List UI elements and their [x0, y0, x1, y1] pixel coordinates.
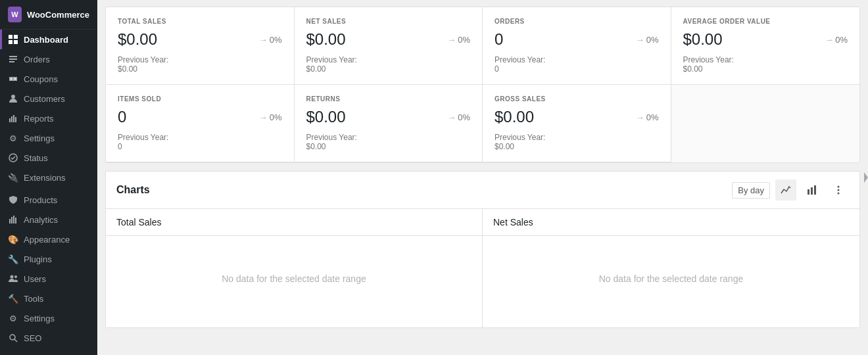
sidebar-item-seo[interactable]: SEO — [0, 328, 97, 348]
svg-rect-25 — [814, 185, 816, 195]
sidebar-item-status[interactable]: Status — [0, 148, 97, 168]
avg-order-prev: Previous Year: $0.00 — [683, 55, 848, 74]
returns-value-row: $0.00 → 0% — [306, 108, 471, 126]
orders-arrow-icon: → — [636, 35, 644, 45]
sidebar-item-tools-label: Tools — [24, 294, 43, 304]
reports-icon — [8, 113, 18, 124]
stat-card-avg-order: AVERAGE ORDER VALUE $0.00 → 0% Previous … — [671, 7, 860, 85]
svg-rect-15 — [9, 219, 11, 224]
orders-change: → 0% — [636, 35, 659, 45]
sidebar-item-customers-label: Customers — [24, 94, 65, 104]
svg-rect-16 — [11, 217, 12, 224]
svg-rect-17 — [13, 216, 14, 224]
returns-change: → 0% — [447, 112, 470, 122]
items-sold-arrow-icon: → — [259, 112, 268, 122]
sidebar-item-coupons[interactable]: Coupons — [0, 69, 97, 89]
sidebar-item-tools[interactable]: 🔨 Tools — [0, 289, 97, 308]
svg-rect-23 — [808, 189, 809, 195]
returns-arrow-icon: → — [447, 112, 456, 122]
line-chart-view-button[interactable] — [775, 179, 796, 201]
svg-rect-5 — [9, 59, 17, 60]
charts-section: Charts By day — [105, 171, 860, 328]
net-sales-chart: Net Sales No data for the selected date … — [483, 209, 859, 327]
returns-prev: Previous Year: $0.00 — [306, 133, 471, 151]
sidebar-item-products-label: Products — [24, 195, 57, 205]
users-icon — [8, 273, 18, 284]
svg-point-26 — [838, 186, 840, 188]
stats-grid: TOTAL SALES $0.00 → 0% Previous Year: $0… — [105, 7, 860, 163]
woocommerce-logo-icon: W — [8, 7, 22, 22]
sidebar-menu: Dashboard Orders Coupons Customers Repor… — [0, 30, 97, 355]
net-sales-arrow-icon: → — [447, 35, 456, 45]
more-options-button[interactable] — [828, 179, 849, 201]
svg-point-28 — [838, 193, 840, 195]
avg-order-value-row: $0.00 → 0% — [683, 30, 848, 49]
by-day-button[interactable]: By day — [732, 182, 770, 199]
items-sold-value: 0 — [118, 108, 126, 126]
sidebar-item-appearance-label: Appearance — [24, 235, 70, 245]
gross-sales-value: $0.00 — [494, 108, 534, 126]
sidebar-item-orders[interactable]: Orders — [0, 49, 97, 69]
sidebar-item-settings-label: Settings — [24, 133, 55, 143]
total-sales-chart-title: Total Sales — [106, 209, 482, 236]
charts-header: Charts By day — [106, 172, 859, 209]
sidebar-item-status-label: Status — [24, 153, 48, 163]
sidebar-item-plugins[interactable]: 🔧 Plugins — [0, 249, 97, 269]
net-sales-prev: Previous Year: $0.00 — [306, 55, 471, 74]
total-sales-no-data: No data for the selected date range — [106, 236, 482, 321]
svg-point-9 — [11, 95, 15, 99]
extensions-icon: 🔌 — [8, 172, 18, 183]
svg-rect-2 — [9, 40, 12, 44]
items-sold-change: → 0% — [259, 112, 282, 122]
svg-rect-0 — [9, 35, 12, 39]
svg-point-19 — [11, 275, 14, 279]
items-sold-value-row: 0 → 0% — [118, 108, 282, 126]
stat-card-empty — [671, 85, 860, 162]
sidebar: W WooCommerce Dashboard Orders Coupons — [0, 0, 97, 355]
bar-chart-view-button[interactable] — [802, 179, 823, 201]
sidebar-logo[interactable]: W WooCommerce — [0, 0, 97, 30]
sidebar-item-analytics[interactable]: Analytics — [0, 210, 97, 229]
sidebar-item-dashboard[interactable]: Dashboard — [0, 30, 97, 49]
sidebar-item-customers[interactable]: Customers — [0, 89, 97, 108]
svg-rect-24 — [811, 187, 813, 195]
sidebar-item-settings[interactable]: ⚙ Settings — [0, 128, 97, 148]
sidebar-item-extensions[interactable]: 🔌 Extensions — [0, 168, 97, 187]
sidebar-item-extensions-label: Extensions — [24, 173, 66, 183]
plugins-icon: 🔧 — [8, 254, 18, 264]
net-sales-no-data: No data for the selected date range — [483, 236, 859, 321]
total-sales-chart: Total Sales No data for the selected dat… — [106, 209, 483, 327]
sidebar-item-users-label: Users — [24, 274, 46, 284]
appearance-icon: 🎨 — [8, 234, 18, 245]
sidebar-item-plugins-label: Plugins — [24, 254, 52, 264]
svg-point-21 — [10, 335, 15, 340]
orders-icon — [8, 54, 18, 64]
svg-point-27 — [838, 189, 840, 191]
seo-icon — [8, 333, 18, 343]
svg-line-22 — [14, 339, 17, 342]
tools-icon: 🔨 — [8, 293, 18, 304]
svg-rect-13 — [15, 117, 16, 122]
sidebar-item-products[interactable]: Products — [0, 190, 97, 210]
sidebar-item-settings2[interactable]: ⚙ Settings — [0, 308, 97, 328]
stat-card-net-sales: NET SALES $0.00 → 0% Previous Year: $0.0… — [295, 7, 483, 85]
settings2-icon: ⚙ — [8, 313, 18, 323]
sidebar-item-appearance[interactable]: 🎨 Appearance — [0, 229, 97, 249]
gross-sales-value-row: $0.00 → 0% — [494, 108, 659, 126]
avg-order-change: → 0% — [825, 35, 848, 45]
svg-point-20 — [14, 275, 17, 278]
sidebar-item-users[interactable]: Users — [0, 269, 97, 289]
dashboard-icon — [8, 34, 18, 45]
stat-card-items-sold: ITEMS SOLD 0 → 0% Previous Year: 0 — [106, 85, 295, 162]
total-sales-label: TOTAL SALES — [118, 18, 282, 25]
returns-label: RETURNS — [306, 95, 471, 103]
sidebar-item-dashboard-label: Dashboard — [24, 35, 68, 45]
sidebar-item-reports[interactable]: Reports — [0, 108, 97, 128]
gross-sales-prev: Previous Year: $0.00 — [494, 133, 659, 151]
stat-card-total-sales: TOTAL SALES $0.00 → 0% Previous Year: $0… — [106, 7, 295, 85]
charts-controls: By day — [732, 179, 849, 201]
sidebar-item-analytics-label: Analytics — [24, 215, 58, 225]
svg-rect-11 — [11, 116, 12, 122]
charts-title: Charts — [116, 184, 150, 196]
orders-label: ORDERS — [494, 18, 659, 25]
